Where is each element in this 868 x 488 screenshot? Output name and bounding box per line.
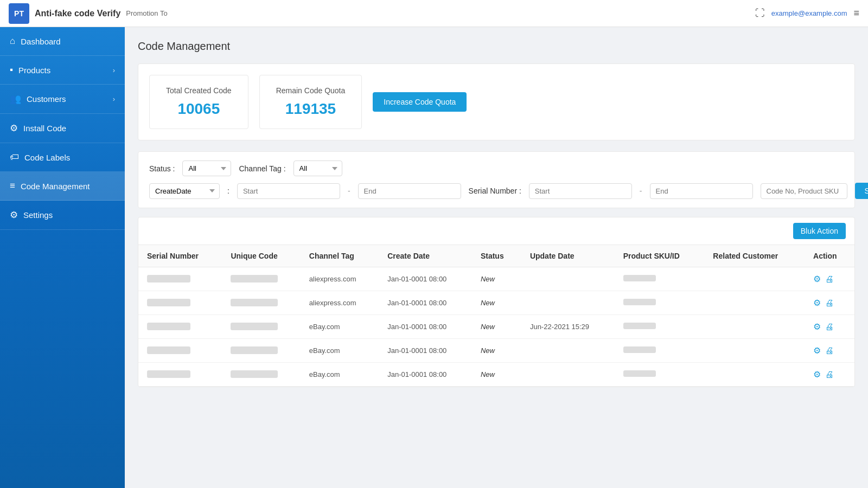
bulk-row: Bluk Action — [138, 217, 854, 245]
promotion-label: Promotion To — [126, 9, 167, 17]
header: PT Anti-fake code Verify Promotion To ⛶ … — [0, 0, 868, 27]
increase-code-quota-button[interactable]: Increase Code Quota — [373, 92, 467, 112]
sidebar-item-code-management[interactable]: ≡ Code Management — [0, 172, 125, 201]
print-icon-3[interactable]: 🖨 — [825, 346, 834, 356]
customers-icon: 👥 — [10, 93, 21, 105]
channel-label: Channel Tag : — [239, 164, 285, 173]
print-icon-4[interactable]: 🖨 — [825, 370, 834, 380]
cell-update-date-0 — [521, 267, 615, 291]
cell-channel-1: aliexpress.com — [301, 291, 379, 315]
serial-end-input[interactable] — [650, 183, 753, 199]
filter-row-1: Status : All Channel Tag : All — [149, 160, 844, 176]
bulk-action-button[interactable]: Bluk Action — [793, 223, 846, 239]
col-update-date: Update Date — [521, 245, 615, 267]
logo: PT — [9, 3, 29, 24]
col-channel-tag: Channel Tag — [301, 245, 379, 267]
app-title: Anti-fake code Verify — [35, 9, 120, 18]
sidebar-item-products[interactable]: ▪ Products › — [0, 56, 125, 85]
cell-action-1: ⚙ 🖨 — [805, 291, 854, 315]
cell-create-date-1: Jan-01-0001 08:00 — [379, 291, 472, 315]
action-icons-0: ⚙ 🖨 — [813, 274, 846, 284]
cell-product-sku-4 — [615, 363, 705, 387]
sidebar-item-install-code[interactable]: ⚙ Install Code — [0, 114, 125, 143]
total-created-value: 10065 — [166, 100, 232, 118]
install-icon: ⚙ — [10, 123, 18, 134]
table-row: eBay.com Jan-01-0001 08:00 New ⚙ 🖨 — [138, 363, 854, 387]
cell-status-0: New — [472, 267, 521, 291]
cell-serial-3 — [138, 339, 222, 363]
channel-select[interactable]: All — [293, 160, 342, 176]
cell-action-0: ⚙ 🖨 — [805, 267, 854, 291]
hamburger-icon[interactable]: ≡ — [853, 8, 859, 19]
table-section: Bluk Action Serial Number Unique Code Ch… — [138, 217, 855, 387]
cell-serial-0 — [138, 267, 222, 291]
sidebar-item-dashboard[interactable]: ⌂ Dashboard — [0, 27, 125, 56]
sidebar: ⌂ Dashboard ▪ Products › 👥 Customers › ⚙… — [0, 27, 125, 488]
cell-create-date-3: Jan-01-0001 08:00 — [379, 339, 472, 363]
serial-start-input[interactable] — [529, 183, 632, 199]
date-end-input[interactable] — [358, 183, 461, 199]
fullscreen-icon[interactable]: ⛶ — [755, 8, 765, 19]
sidebar-label-code-labels: Code Labels — [24, 153, 70, 162]
action-icons-3: ⚙ 🖨 — [813, 345, 846, 356]
status-label: Status : — [149, 164, 175, 173]
status-select[interactable]: All — [182, 160, 231, 176]
gear-icon-4[interactable]: ⚙ — [813, 369, 821, 380]
action-icons-2: ⚙ 🖨 — [813, 322, 846, 332]
cell-related-customer-0 — [704, 267, 805, 291]
management-icon: ≡ — [10, 181, 15, 191]
user-email[interactable]: example@example.com — [771, 9, 847, 17]
chevron-right-icon: › — [113, 66, 115, 74]
cell-serial-4 — [138, 363, 222, 387]
col-related-customer: Related Customer — [704, 245, 805, 267]
label-icon: 🏷 — [10, 152, 19, 163]
cell-update-date-4 — [521, 363, 615, 387]
print-icon-0[interactable]: 🖨 — [825, 274, 834, 284]
logo-text: PT — [14, 9, 24, 18]
content-area: Code Management Total Created Code 10065… — [125, 27, 868, 488]
cell-unique-code-1 — [222, 291, 300, 315]
sidebar-label-install-code: Install Code — [23, 124, 66, 133]
cell-status-3: New — [472, 339, 521, 363]
action-icons-1: ⚙ 🖨 — [813, 298, 846, 308]
code-search-input[interactable] — [761, 183, 847, 199]
home-icon: ⌂ — [10, 36, 15, 47]
cell-unique-code-4 — [222, 363, 300, 387]
filter-row-2: CreateDate : - Serial Number : - Search — [149, 183, 844, 199]
sidebar-item-customers[interactable]: 👥 Customers › — [0, 85, 125, 114]
cell-product-sku-2 — [615, 315, 705, 339]
products-icon: ▪ — [10, 65, 13, 75]
cell-status-1: New — [472, 291, 521, 315]
date-start-input[interactable] — [237, 183, 340, 199]
print-icon-2[interactable]: 🖨 — [825, 322, 834, 332]
cell-action-4: ⚙ 🖨 — [805, 363, 854, 387]
cell-related-customer-1 — [704, 291, 805, 315]
total-created-label: Total Created Code — [166, 86, 232, 95]
cell-unique-code-3 — [222, 339, 300, 363]
print-icon-1[interactable]: 🖨 — [825, 298, 834, 308]
total-created-card: Total Created Code 10065 — [149, 75, 248, 129]
gear-icon-0[interactable]: ⚙ — [813, 274, 821, 284]
cell-related-customer-2 — [704, 315, 805, 339]
cell-product-sku-0 — [615, 267, 705, 291]
date-field-select[interactable]: CreateDate — [149, 183, 220, 199]
sidebar-item-code-labels[interactable]: 🏷 Code Labels — [0, 143, 125, 172]
search-button[interactable]: Search — [855, 183, 869, 199]
gear-icon-2[interactable]: ⚙ — [813, 322, 821, 332]
remain-quota-label: Remain Code Quota — [276, 86, 346, 95]
cell-channel-0: aliexpress.com — [301, 267, 379, 291]
cell-update-date-1 — [521, 291, 615, 315]
sidebar-item-settings[interactable]: ⚙ Settings — [0, 201, 125, 230]
remain-quota-card: Remain Code Quota 119135 — [259, 75, 362, 129]
settings-icon: ⚙ — [10, 209, 18, 221]
gear-icon-3[interactable]: ⚙ — [813, 345, 821, 356]
table-row: aliexpress.com Jan-01-0001 08:00 New ⚙ 🖨 — [138, 267, 854, 291]
cell-status-2: New — [472, 315, 521, 339]
gear-icon-1[interactable]: ⚙ — [813, 298, 821, 308]
serial-label: Serial Number : — [469, 187, 521, 195]
page-title: Code Management — [138, 40, 855, 53]
header-right: ⛶ example@example.com ≡ — [755, 8, 859, 19]
serial-dash: - — [640, 187, 642, 195]
table-header: Serial Number Unique Code Channel Tag Cr… — [138, 245, 854, 267]
cell-related-customer-3 — [704, 339, 805, 363]
